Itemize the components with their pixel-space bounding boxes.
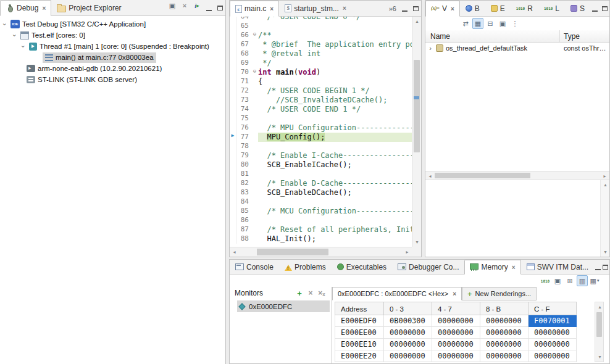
code-text[interactable]: * @retval int bbox=[258, 49, 412, 59]
show-type-names-icon[interactable]: ⇄ bbox=[460, 18, 471, 29]
add-monitor-button[interactable]: + bbox=[294, 288, 305, 298]
tab-project-explorer[interactable]: Project Explorer bbox=[51, 0, 127, 15]
line-number[interactable]: 80 bbox=[236, 160, 251, 170]
tab-sfrs[interactable]: S bbox=[565, 1, 590, 16]
rendering-tab-new[interactable]: + New Renderings... bbox=[462, 287, 537, 300]
line-number[interactable]: 73 bbox=[236, 96, 251, 105]
tab-swv-itm[interactable]: SWV ITM Dat... bbox=[521, 260, 594, 274]
scroll-down-icon[interactable]: ▾ bbox=[601, 247, 610, 257]
fold-icon[interactable]: ⊖ bbox=[251, 68, 258, 77]
line-number[interactable]: 81 bbox=[236, 170, 251, 179]
view-menu-icon[interactable]: ⋮ bbox=[509, 18, 520, 29]
code-line[interactable]: 76 /* MPU Configuration-----------------… bbox=[230, 123, 412, 133]
code-line[interactable]: 67 * @brief The application entry point. bbox=[230, 40, 412, 49]
memory-address-cell[interactable]: E000EE00 bbox=[335, 327, 384, 339]
disconnect-icon[interactable]: × bbox=[179, 0, 190, 11]
close-icon[interactable]: × bbox=[270, 6, 274, 12]
memory-value-cell[interactable]: 00000000 bbox=[384, 350, 432, 362]
code-text[interactable]: MPU_Config(); bbox=[258, 133, 412, 142]
memory-value-cell[interactable]: 00000000 bbox=[480, 350, 529, 362]
fold-icon[interactable]: ⊖ bbox=[251, 31, 258, 40]
line-number[interactable]: 65 bbox=[236, 22, 251, 31]
code-line[interactable]: 84 bbox=[230, 197, 412, 207]
code-line[interactable]: ▶77 MPU_Config(); bbox=[230, 133, 412, 142]
code-line[interactable]: 85 /* MCU Configuration-----------------… bbox=[230, 207, 412, 216]
debug-tree-row[interactable]: ›Thread #1 [main] 1 [core: 0] (Suspended… bbox=[0, 41, 225, 52]
tab-startup-s[interactable]: startup_stm... × bbox=[279, 1, 352, 16]
debug-tree-row[interactable]: ›IDETest Debug [STM32 C/C++ Application] bbox=[0, 19, 225, 30]
scrollbar-thumb[interactable] bbox=[596, 312, 602, 337]
tab-console[interactable]: Console bbox=[230, 260, 279, 274]
line-number[interactable]: 85 bbox=[236, 207, 251, 216]
export-memory-icon[interactable]: ▣ bbox=[552, 275, 563, 286]
memory-value-cell[interactable]: 00000000 bbox=[529, 327, 577, 339]
code-line[interactable]: 64 /* USER CODE END 0 */ bbox=[230, 17, 412, 22]
code-text[interactable]: /* USER CODE END 1 */ bbox=[258, 105, 412, 114]
memory-column-header[interactable]: Address bbox=[335, 302, 384, 315]
line-number[interactable]: 68 bbox=[236, 49, 251, 59]
memory-value-cell[interactable]: 00000000 bbox=[480, 327, 529, 339]
memory-address-cell[interactable]: E000EE10 bbox=[335, 339, 384, 350]
code-line[interactable]: 79 /* Enable I-Cache--------------------… bbox=[230, 151, 412, 160]
memory-value-cell[interactable]: 0B000300 bbox=[384, 315, 432, 327]
code-line[interactable]: 71{ bbox=[230, 77, 412, 86]
maximize-button[interactable] bbox=[410, 2, 421, 15]
code-line[interactable]: 75 bbox=[230, 114, 412, 123]
memory-value-cell[interactable]: 00000000 bbox=[529, 339, 577, 350]
line-number[interactable]: 76 bbox=[236, 123, 251, 133]
code-line[interactable]: 83 SCB_EnableDCache(); bbox=[230, 188, 412, 197]
code-text[interactable]: SCB_EnableDCache(); bbox=[258, 188, 412, 197]
code-line[interactable]: 82 /* Enable D-Cache--------------------… bbox=[230, 179, 412, 188]
variable-detail-pane[interactable]: ▴ ▾ bbox=[425, 180, 609, 257]
tab-registers[interactable]: 1010 R bbox=[511, 1, 538, 16]
detail-vertical-scrollbar[interactable]: ▴ ▾ bbox=[600, 180, 609, 257]
tab-problems[interactable]: Problems bbox=[279, 260, 332, 274]
memory-column-header[interactable]: 8 - B bbox=[480, 302, 529, 315]
memory-value-cell[interactable]: 00000000 bbox=[384, 327, 432, 339]
toggle-radix-icon[interactable]: 1010 bbox=[540, 275, 551, 286]
debug-tree-row[interactable]: main() at main.c:77 0x80003ea bbox=[0, 52, 225, 63]
scroll-down-icon[interactable]: ▾ bbox=[412, 238, 422, 247]
memory-value-cell[interactable]: 00000000 bbox=[480, 339, 529, 350]
memory-address-cell[interactable]: E000EE20 bbox=[335, 350, 384, 362]
scroll-up-icon[interactable]: ▴ bbox=[412, 17, 422, 26]
memory-value-cell[interactable]: 00000000 bbox=[529, 350, 577, 362]
code-line[interactable]: 74 /* USER CODE END 1 */ bbox=[230, 105, 412, 114]
show-debug-toolbar-icon[interactable]: i▸ bbox=[191, 0, 203, 11]
tab-expressions[interactable]: E bbox=[485, 1, 511, 16]
line-number[interactable]: 71 bbox=[236, 77, 251, 86]
memory-monitor-item[interactable]: 0xE000EDFC bbox=[237, 300, 330, 312]
tab-overflow-chevron[interactable]: »6 bbox=[386, 5, 399, 12]
tab-live-expressions[interactable]: 1010 L bbox=[538, 1, 565, 16]
code-line[interactable]: 80 SCB_EnableICache(); bbox=[230, 160, 412, 170]
memory-address-cell[interactable]: E000EDF0 bbox=[335, 315, 384, 327]
remove-all-terminated-icon[interactable]: ▣ bbox=[167, 0, 178, 11]
code-text[interactable] bbox=[258, 22, 412, 31]
code-line[interactable]: 81 bbox=[230, 170, 412, 179]
memory-value-cell[interactable]: 00000000 bbox=[432, 315, 480, 327]
minimize-button[interactable] bbox=[590, 2, 600, 15]
code-text[interactable]: /** bbox=[258, 31, 412, 40]
scrollbar-thumb[interactable] bbox=[435, 173, 530, 178]
editor-horizontal-scrollbar[interactable]: ◂ ▸ bbox=[230, 247, 412, 257]
link-panes-icon[interactable]: ▥ bbox=[577, 275, 588, 286]
code-editor[interactable]: 64 /* USER CODE END 0 */6566⊖/**67 * @br… bbox=[230, 17, 412, 247]
code-line[interactable]: 88 HAL_Init(); bbox=[230, 234, 412, 244]
code-text[interactable]: /* USER CODE END 0 */ bbox=[258, 17, 412, 22]
code-line[interactable]: 72 /* USER CODE BEGIN 1 */ bbox=[230, 86, 412, 96]
expander-icon[interactable]: › bbox=[20, 43, 27, 50]
show-logical-structure-icon[interactable]: ▦ bbox=[472, 18, 483, 29]
scroll-right-icon[interactable]: ▸ bbox=[403, 247, 412, 257]
line-number[interactable]: 69 bbox=[236, 59, 251, 68]
code-line[interactable]: 87 /* Reset of all peripherals, Initiali… bbox=[230, 225, 412, 234]
memory-vertical-scrollbar[interactable]: ▴ ▾ bbox=[595, 302, 604, 362]
line-number[interactable]: 75 bbox=[236, 114, 251, 123]
maximize-button[interactable] bbox=[600, 2, 609, 15]
column-header-name[interactable]: Name bbox=[425, 30, 560, 42]
scroll-up-icon[interactable]: ▴ bbox=[595, 302, 604, 312]
code-text[interactable] bbox=[258, 114, 412, 123]
code-text[interactable]: //SCB_InvalidateDCache(); bbox=[258, 96, 412, 105]
code-text[interactable] bbox=[258, 170, 412, 179]
column-header-type[interactable]: Type bbox=[560, 32, 609, 41]
code-line[interactable]: 78 bbox=[230, 142, 412, 151]
